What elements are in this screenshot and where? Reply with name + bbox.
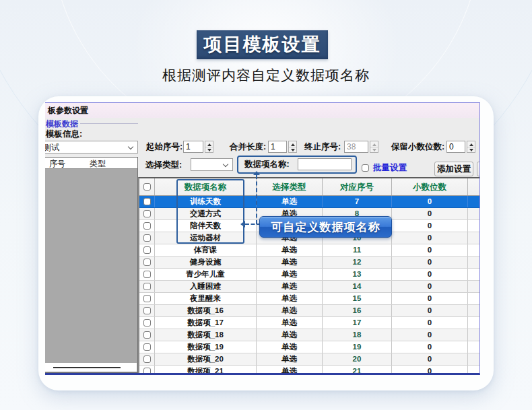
row-checkbox[interactable] — [143, 210, 151, 217]
chevron-down-icon — [223, 162, 228, 167]
cell-extra — [468, 244, 480, 256]
cell-decimal: 0 — [392, 366, 468, 375]
cell-decimal: 0 — [392, 220, 468, 232]
connector-arrow-up-icon — [253, 171, 260, 175]
header-serial: 对应序号 — [323, 178, 392, 195]
cell-name: 夜里醒来 — [155, 293, 257, 304]
cell-type: 单选 — [257, 341, 323, 353]
cell-extra — [468, 208, 480, 219]
annotation-callout: 可自定义数据项名称 — [259, 216, 392, 238]
cell-serial: 17 — [323, 317, 392, 329]
spin-up-icon[interactable] — [289, 141, 296, 147]
cell-extra — [468, 232, 480, 244]
list-col-serial: 序号 — [49, 158, 65, 170]
row-checkbox[interactable] — [143, 343, 151, 351]
cell-decimal: 0 — [392, 317, 468, 329]
table-row[interactable]: 夜里醒来 单选 15 0 — [139, 293, 480, 305]
cell-extra — [468, 269, 480, 280]
spin-up-icon[interactable] — [205, 141, 213, 147]
cell-type: 单选 — [257, 329, 323, 341]
template-select[interactable]: 测试 — [45, 141, 138, 153]
row-checkbox[interactable] — [143, 295, 151, 302]
template-item-list[interactable]: 序号 类型 — [45, 157, 138, 373]
dialog-titlebar: 板参数设置 — [45, 103, 479, 118]
table-row[interactable]: 训练天数 单选 7 0 — [139, 196, 480, 208]
table-header-row: 数据项名称 选择类型 对应序号 小数位数 — [139, 178, 480, 196]
cell-serial: 20 — [323, 353, 392, 365]
cell-extra — [468, 317, 480, 329]
row-checkbox[interactable] — [143, 198, 151, 205]
item-name-input[interactable] — [298, 158, 352, 170]
cell-serial: 16 — [323, 305, 392, 316]
spin-down-icon[interactable] — [205, 147, 213, 152]
table-row[interactable]: 数据项_20 单选 20 0 — [139, 353, 480, 366]
data-items-table: 数据项名称 选择类型 对应序号 小数位数 训练天数 单选 7 0 交通方式 单选… — [138, 177, 480, 375]
list-header: 序号 类型 — [45, 158, 137, 169]
row-checkbox[interactable] — [143, 271, 151, 278]
end-serial-stepper — [370, 141, 378, 153]
cell-type: 单选 — [257, 305, 323, 316]
decimal-places-input[interactable] — [446, 141, 465, 153]
merge-length-stepper[interactable] — [288, 141, 297, 153]
cell-type: 单选 — [257, 281, 323, 292]
row-checkbox[interactable] — [143, 222, 151, 230]
cell-type: 单选 — [257, 257, 323, 268]
header-type: 选择类型 — [257, 178, 323, 195]
modify-button[interactable]: 修改 — [477, 162, 480, 176]
select-type-dropdown[interactable] — [191, 158, 233, 171]
table-row[interactable]: 数据项_18 单选 18 0 — [139, 329, 480, 341]
batch-settings-checkbox[interactable] — [362, 164, 369, 172]
merge-length-label: 合并长度: — [230, 141, 266, 153]
item-name-label: 数据项名称: — [244, 158, 290, 170]
cell-type: 单选 — [257, 293, 323, 304]
cell-name: 数据项_20 — [155, 353, 257, 365]
row-checkbox[interactable] — [143, 307, 151, 314]
header-name: 数据项名称 — [155, 178, 257, 195]
cell-name: 体育课 — [155, 244, 257, 256]
table-row[interactable]: 数据项_21 单选 21 0 — [139, 366, 480, 375]
table-row[interactable]: 数据项_19 单选 19 0 — [139, 341, 480, 353]
cell-extra — [468, 293, 480, 304]
screenshot-card: 板参数设置 模板数据 模板信息: 测试 序号 类型 起始序号: — [38, 96, 494, 390]
scrollbar-thumb[interactable] — [53, 367, 121, 368]
start-serial-stepper[interactable] — [205, 141, 213, 153]
table-row[interactable]: 健身设施 单选 12 0 — [139, 257, 480, 269]
row-checkbox[interactable] — [143, 234, 151, 242]
cell-decimal: 0 — [392, 269, 468, 280]
merge-length-input[interactable] — [268, 141, 287, 153]
decimal-places-label: 保留小数位数: — [391, 141, 444, 153]
row-checkbox[interactable] — [143, 319, 151, 327]
header-checkbox-cell — [139, 178, 155, 195]
table-row[interactable]: 数据项_17 单选 17 0 — [139, 317, 480, 329]
template-select-value: 测试 — [45, 141, 59, 153]
row-checkbox[interactable] — [143, 283, 151, 290]
spin-up-icon[interactable] — [467, 141, 475, 147]
select-all-checkbox[interactable] — [143, 183, 151, 191]
cell-decimal: 0 — [392, 353, 468, 365]
cell-name: 数据项_19 — [155, 341, 257, 353]
cell-serial: 12 — [323, 257, 392, 268]
row-checkbox[interactable] — [143, 331, 151, 339]
table-row[interactable]: 数据项_16 单选 16 0 — [139, 305, 480, 317]
row-checkbox[interactable] — [143, 259, 151, 266]
spin-down-icon[interactable] — [467, 147, 475, 152]
cell-extra — [468, 281, 480, 292]
row-checkbox[interactable] — [143, 246, 151, 254]
cell-decimal: 0 — [392, 341, 468, 353]
cell-name: 交通方式 — [155, 208, 257, 219]
cell-type: 单选 — [257, 196, 323, 207]
page-subtitle: 根据测评内容自定义数据项名称 — [0, 66, 532, 85]
add-settings-button[interactable]: 添加设置 — [434, 162, 473, 176]
table-row[interactable]: 体育课 单选 11 0 — [139, 244, 480, 257]
row-checkbox[interactable] — [143, 355, 151, 363]
header-extra — [468, 178, 480, 195]
list-hscrollbar[interactable] — [45, 363, 137, 372]
cell-type: 单选 — [257, 353, 323, 365]
decimal-places-stepper[interactable] — [467, 141, 475, 153]
table-row[interactable]: 青少年儿童 单选 13 0 — [139, 269, 480, 281]
cell-decimal: 0 — [392, 196, 468, 207]
start-serial-input[interactable] — [183, 141, 203, 153]
table-row[interactable]: 入睡困难 单选 14 0 — [139, 281, 480, 293]
spin-down-icon[interactable] — [289, 147, 296, 152]
row-checkbox[interactable] — [143, 368, 151, 375]
